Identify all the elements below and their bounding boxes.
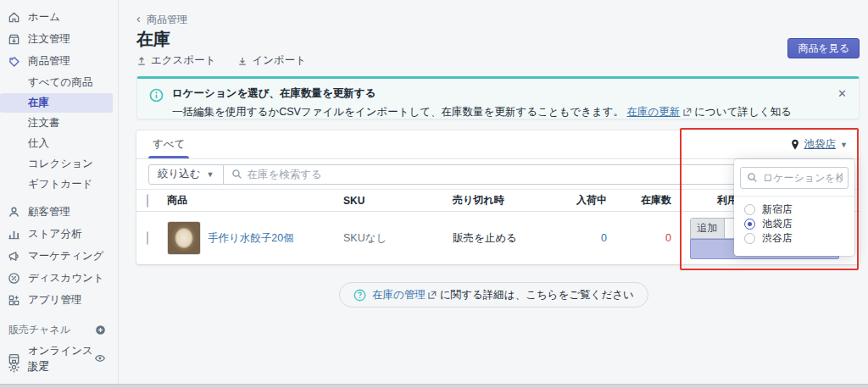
sidebar-item-home[interactable]: ホーム (0, 7, 113, 28)
discount-icon (8, 272, 20, 285)
radio-unselected-icon (744, 204, 755, 215)
help-pill: 在庫の管理 に関する詳細は、こちらをご覧ください (339, 282, 648, 308)
product-name-link[interactable]: 手作り水餃子20個 (208, 231, 294, 246)
window-bottom-edge (0, 384, 868, 388)
sidebar-item-marketing[interactable]: マーケティング (0, 246, 113, 267)
location-search (740, 167, 849, 189)
orders-icon (8, 33, 20, 46)
sidebar-item-label: 設定 (28, 360, 49, 374)
inventory-update-link[interactable]: 在庫の更新 (627, 106, 681, 118)
sidebar-item-discounts[interactable]: ディスカウント (0, 268, 113, 289)
incoming-value[interactable]: 0 (563, 232, 607, 244)
sidebar-item-label: ディスカウント (28, 271, 104, 285)
sidebar-item-label: マーケティング (28, 249, 103, 263)
gear-icon (8, 361, 20, 374)
sidebar-item-label: ストア分析 (28, 227, 81, 241)
select-all-checkbox[interactable] (147, 194, 148, 208)
inventory-page: ホーム 注文管理 商品管理 すべての商品 在庫 注文書 仕入 コレクション (0, 0, 868, 388)
analytics-icon (8, 228, 20, 241)
sidebar-subitem-all-products[interactable]: すべての商品 (0, 73, 113, 92)
question-icon (353, 289, 366, 302)
location-option-ikebukuro[interactable]: 池袋店 (734, 217, 854, 231)
sidebar-subitem-gift-cards[interactable]: ギフトカード (0, 175, 113, 194)
sidebar-item-products[interactable]: 商品管理 (0, 51, 113, 72)
search-icon (747, 172, 758, 183)
sales-channel-header: 販売チャネル (0, 318, 118, 341)
sidebar-item-label: アプリ管理 (28, 293, 81, 308)
column-product: 商品 (167, 193, 343, 208)
marketing-megaphone-icon (8, 250, 20, 263)
external-link-icon (428, 291, 437, 299)
inventory-help-link[interactable]: 在庫の管理 (372, 289, 426, 301)
sidebar-subitem-inventory[interactable]: 在庫 (0, 93, 113, 113)
location-options: 新宿店 池袋店 渋谷店 (734, 197, 854, 251)
home-icon (8, 11, 20, 24)
sku-value: SKUなし (343, 231, 453, 246)
column-incoming: 入荷中 (563, 193, 607, 208)
sidebar-item-label: 商品管理 (28, 54, 70, 69)
page-title: 在庫 (136, 28, 170, 51)
location-pin-icon (790, 139, 800, 151)
external-link-icon (683, 108, 692, 116)
location-selector[interactable]: 池袋店 ▼ (790, 130, 848, 158)
info-icon (149, 88, 164, 103)
filter-button[interactable]: 絞り込む ▼ (148, 164, 224, 185)
products-tag-icon (8, 55, 20, 68)
export-button[interactable]: エクスポート (136, 53, 215, 68)
stock-value: 0 (607, 232, 671, 244)
sidebar: ホーム 注文管理 商品管理 すべての商品 在庫 注文書 仕入 コレクション (0, 0, 119, 388)
import-button[interactable]: インポート (237, 53, 306, 68)
sidebar-item-settings[interactable]: 設定 (0, 357, 119, 378)
radio-unselected-icon (744, 233, 755, 244)
sidebar-item-label: 注文管理 (28, 32, 70, 47)
column-stock: 在庫数 (607, 193, 671, 208)
radio-selected-icon (744, 219, 755, 230)
tab-all[interactable]: すべて (148, 130, 189, 158)
sidebar-item-orders[interactable]: 注文管理 (0, 29, 113, 50)
row-checkbox[interactable] (147, 231, 148, 245)
location-option-shinjuku[interactable]: 新宿店 (734, 202, 854, 217)
search-icon (231, 169, 242, 180)
sidebar-subitem-transfers[interactable]: 仕入 (0, 134, 113, 153)
location-popover: 新宿店 池袋店 渋谷店 (734, 159, 854, 256)
page-actions: エクスポート インポート (136, 53, 306, 68)
sidebar-item-customers[interactable]: 顧客管理 (0, 202, 113, 223)
tabs-row: すべて 池袋店 ▼ (136, 130, 860, 159)
add-quantity-button[interactable]: 追加 (691, 219, 725, 238)
sidebar-item-apps[interactable]: アプリ管理 (0, 290, 113, 311)
export-icon (136, 56, 147, 66)
import-icon (237, 56, 248, 66)
sidebar-subitem-collections[interactable]: コレクション (0, 154, 113, 174)
footer-help: 在庫の管理 に関する詳細は、こちらをご覧ください (120, 282, 868, 308)
column-when-sold-out: 売り切れ時 (453, 193, 563, 208)
when-sold-out-value: 販売を止める (453, 231, 563, 246)
selected-location-label: 池袋店 (804, 137, 837, 152)
chevron-left-icon: ‹ (136, 12, 141, 25)
chevron-down-icon: ▼ (840, 141, 848, 149)
apps-icon (8, 294, 20, 307)
sidebar-item-label: 顧客管理 (28, 205, 70, 219)
location-option-shibuya[interactable]: 渋谷店 (734, 231, 854, 246)
info-banner: ロケーションを選び、在庫数量を更新する 一括編集を使用するかCSVファイルをイン… (136, 76, 860, 119)
chevron-down-icon: ▼ (207, 170, 214, 179)
banner-title: ロケーションを選び、在庫数量を更新する (172, 86, 847, 101)
sidebar-item-analytics[interactable]: ストア分析 (0, 224, 113, 245)
add-channel-icon[interactable] (95, 324, 106, 335)
sidebar-subitem-purchase-orders[interactable]: 注文書 (0, 114, 113, 133)
close-icon[interactable]: ✕ (837, 88, 847, 99)
customers-icon (8, 206, 20, 219)
banner-body: 一括編集を使用するかCSVファイルをインポートして、在庫数量を更新することもでき… (172, 105, 847, 119)
breadcrumb[interactable]: ‹ 商品管理 (136, 12, 187, 27)
view-product-button[interactable]: 商品を見る (787, 38, 860, 58)
sidebar-item-label: ホーム (28, 10, 60, 25)
product-thumbnail (167, 221, 201, 255)
column-sku: SKU (343, 195, 453, 207)
